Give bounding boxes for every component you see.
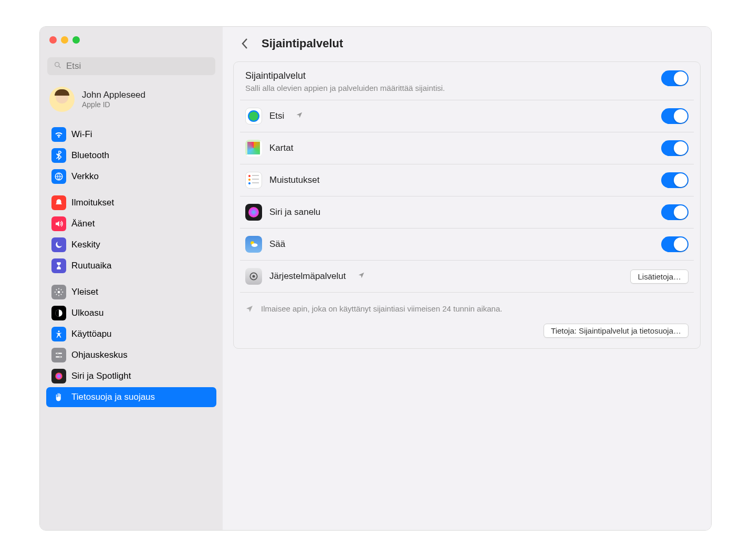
app-row-findmy: Etsi <box>234 100 700 132</box>
sidebar-item-ohjauskeskus[interactable]: Ohjauskeskus <box>46 345 216 365</box>
fullscreen-window-button[interactable] <box>72 36 80 44</box>
profile-subtitle: Apple ID <box>82 100 145 109</box>
hourglass-icon <box>51 258 66 273</box>
details-button[interactable]: Lisätietoja… <box>630 269 689 284</box>
sidebar-item-verkko[interactable]: Verkko <box>46 167 216 186</box>
appearance-icon <box>51 306 66 320</box>
app-name-label: Muistutukset <box>269 175 319 185</box>
svg-point-9 <box>59 356 61 358</box>
svg-point-0 <box>55 63 59 67</box>
minimize-window-button[interactable] <box>61 36 68 44</box>
app-toggle-siriapp[interactable] <box>661 204 689 220</box>
panel: Sijaintipalvelut Salli alla olevien appi… <box>233 61 701 349</box>
sidebar-item-yleiset[interactable]: Yleiset <box>46 282 216 302</box>
sidebar-item-ulkoasu[interactable]: Ulkoasu <box>46 303 216 323</box>
svg-point-14 <box>253 275 255 278</box>
accessibility-icon <box>51 327 66 341</box>
sidebar-item-label: Tietosuoja ja suojaus <box>71 392 155 402</box>
sidebar-item-label: Ruutuaika <box>71 261 112 271</box>
window-controls <box>40 27 223 49</box>
section-title: Sijaintipalvelut <box>245 70 445 81</box>
location-arrow-icon <box>245 305 254 313</box>
footer-note: Ilmaisee apin, joka on käyttänyt sijaint… <box>234 293 700 319</box>
sidebar-item-label: Verkko <box>71 171 99 182</box>
sidebar-item-label: Siri ja Spotlight <box>71 371 131 381</box>
sidebar-item-bluetooth[interactable]: Bluetooth <box>46 146 216 165</box>
hand-icon <box>51 390 66 405</box>
sidebar-item--net[interactable]: Äänet <box>46 214 216 234</box>
sidebar-item-label: Keskity <box>71 240 100 250</box>
sidebar-item-label: Yleiset <box>71 287 98 297</box>
svg-point-5 <box>58 330 60 332</box>
svg-point-12 <box>252 243 258 247</box>
location-arrow-icon <box>296 111 303 121</box>
sidebar-item-label: Bluetooth <box>71 150 109 161</box>
sidebar-item-tietosuoja-ja-suojaus[interactable]: Tietosuoja ja suojaus <box>46 387 216 407</box>
search-icon <box>54 61 62 71</box>
siri-icon <box>51 369 66 383</box>
findmy-icon <box>245 108 262 125</box>
svg-rect-7 <box>56 356 62 357</box>
system-services-icon <box>245 268 262 285</box>
header: Sijaintipalvelut <box>223 27 711 57</box>
sidebar-item-label: Ohjauskeskus <box>71 350 128 360</box>
app-toggle-maps[interactable] <box>661 140 689 156</box>
app-toggle-findmy[interactable] <box>661 108 689 124</box>
app-name-label: Sää <box>269 239 285 250</box>
speaker-icon <box>51 216 66 231</box>
footer-note-text: Ilmaisee apin, joka on käyttänyt sijaint… <box>261 304 502 313</box>
search-field[interactable] <box>47 57 215 75</box>
app-toggle-weather[interactable] <box>661 236 689 252</box>
app-toggle-reminders[interactable] <box>661 172 689 188</box>
master-toggle-row: Sijaintipalvelut Salli alla olevien appi… <box>234 62 700 100</box>
moon-icon <box>51 237 66 252</box>
wifi-icon <box>51 127 66 142</box>
sidebar-item-ilmoitukset[interactable]: Ilmoitukset <box>46 193 216 213</box>
reminders-icon <box>245 172 262 189</box>
siriapp-icon <box>245 204 262 221</box>
app-name-label: Kartat <box>269 143 293 153</box>
gear-icon <box>51 285 66 299</box>
sidebar: John Appleseed Apple ID Wi-FiBluetoothVe… <box>40 27 223 530</box>
svg-point-8 <box>57 352 59 355</box>
svg-point-3 <box>58 291 60 294</box>
app-name-label: Siri ja sanelu <box>269 207 320 217</box>
system-services-label: Järjestelmäpalvelut <box>269 271 346 282</box>
sidebar-item-label: Wi-Fi <box>71 129 92 140</box>
page-title: Sijaintipalvelut <box>262 37 343 50</box>
search-input[interactable] <box>66 61 209 71</box>
sidebar-item-label: Ilmoitukset <box>71 198 114 208</box>
bell-icon <box>51 195 66 210</box>
location-arrow-icon <box>358 272 365 281</box>
close-window-button[interactable] <box>49 36 57 44</box>
weather-icon <box>245 236 262 253</box>
svg-line-1 <box>59 66 60 68</box>
svg-rect-6 <box>56 353 62 354</box>
bluetooth-icon <box>51 148 66 163</box>
app-name-label: Etsi <box>269 111 284 121</box>
apple-id-profile[interactable]: John Appleseed Apple ID <box>40 80 223 121</box>
sidebar-item-label: Käyttöapu <box>71 329 112 339</box>
app-row-weather: Sää <box>234 229 700 260</box>
sidebar-item-ruutuaika[interactable]: Ruutuaika <box>46 256 216 276</box>
settings-window: John Appleseed Apple ID Wi-FiBluetoothVe… <box>39 26 712 531</box>
app-row-maps: Kartat <box>234 132 700 164</box>
sliders-icon <box>51 348 66 362</box>
sidebar-item-k-ytt-apu[interactable]: Käyttöapu <box>46 324 216 344</box>
sidebar-item-wi-fi[interactable]: Wi-Fi <box>46 125 216 144</box>
app-row-reminders: Muistutukset <box>234 164 700 196</box>
avatar <box>49 87 75 112</box>
sidebar-item-label: Äänet <box>71 219 95 229</box>
system-services-row: Järjestelmäpalvelut Lisätietoja… <box>234 261 700 292</box>
location-services-toggle[interactable] <box>661 70 689 86</box>
main-content: Sijaintipalvelut Sijaintipalvelut Salli … <box>223 27 711 530</box>
back-button[interactable] <box>237 36 252 51</box>
about-button[interactable]: Tietoja: Sijaintipalvelut ja tietosuoja… <box>544 324 689 338</box>
sidebar-item-siri-ja-spotlight[interactable]: Siri ja Spotlight <box>46 366 216 386</box>
maps-icon <box>245 140 262 157</box>
sidebar-item-keskity[interactable]: Keskity <box>46 235 216 255</box>
app-row-siriapp: Siri ja sanelu <box>234 196 700 228</box>
globe-icon <box>51 169 66 184</box>
section-desc: Salli alla olevien appien ja palveluiden… <box>245 84 445 92</box>
sidebar-item-label: Ulkoasu <box>71 308 103 318</box>
